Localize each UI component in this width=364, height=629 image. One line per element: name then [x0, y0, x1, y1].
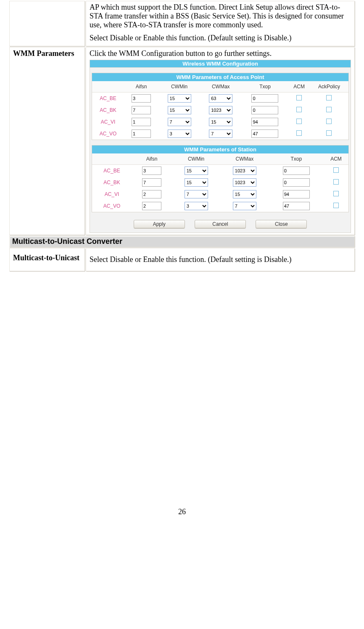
sta-vi-acm[interactable] — [333, 191, 339, 196]
ap-vo-ack[interactable] — [326, 130, 332, 136]
sta-be-label: AC_BE — [92, 165, 132, 177]
ap-vi-cwmax[interactable]: 15 — [209, 118, 232, 126]
sta-h4: Txop — [269, 153, 324, 165]
wmm-desc-cell: Click the WMM Configuration button to go… — [86, 47, 355, 235]
ap-row-be: AC_BE 15 63 — [92, 92, 348, 105]
ap-bk-label: AC_BK — [92, 104, 124, 116]
sta-vi-txop[interactable] — [283, 190, 310, 198]
sta-be-acm[interactable] — [333, 167, 339, 173]
ap-vo-cwmin[interactable]: 3 — [168, 130, 191, 138]
dls-label-cell — [9, 1, 85, 46]
sta-h3: CWMax — [220, 153, 269, 165]
ap-be-aifsn[interactable] — [132, 94, 151, 103]
wmm-sta-table: Aifsn CWMin CWMax Txop ACM AC_BE 15 1023 — [92, 153, 348, 212]
ap-be-label: AC_BE — [92, 92, 124, 105]
ap-vo-txop[interactable] — [251, 130, 278, 138]
ap-be-ack[interactable] — [326, 95, 332, 100]
ap-be-txop[interactable] — [251, 94, 278, 103]
wmm-panel-title: Wireless WMM Configuration — [90, 60, 351, 68]
sta-vo-txop[interactable] — [283, 202, 310, 210]
sta-bk-cwmax[interactable]: 1023 — [233, 178, 256, 187]
sta-h1: Aifsn — [132, 153, 172, 165]
sta-h2: CWMin — [172, 153, 220, 165]
wmm-intro: Click the WMM Configuration button to go… — [90, 49, 351, 58]
ap-bk-acm[interactable] — [296, 107, 302, 112]
ap-h2: CWMin — [158, 81, 200, 92]
ap-h1: Aifsn — [124, 81, 158, 92]
ap-vo-label: AC_VO — [92, 128, 124, 140]
sta-bk-acm[interactable] — [333, 179, 339, 185]
sta-vo-aifsn[interactable] — [142, 202, 161, 210]
page-number: 26 — [0, 507, 364, 516]
wmm-label-cell: WMM Parameters — [9, 47, 85, 235]
ap-vo-cwmax[interactable]: 7 — [209, 130, 232, 138]
sta-vi-cwmin[interactable]: 7 — [185, 190, 208, 198]
sta-bk-cwmin[interactable]: 15 — [185, 178, 208, 187]
ap-h3: CWMax — [200, 81, 242, 92]
mc-label-cell: Multicast-to-Unicast — [9, 248, 85, 271]
sta-row-be: AC_BE 15 1023 — [92, 165, 348, 177]
sta-be-cwmax[interactable]: 1023 — [233, 166, 256, 175]
ap-bk-aifsn[interactable] — [132, 106, 151, 114]
ap-bk-cwmin[interactable]: 15 — [168, 106, 191, 114]
sta-vo-label: AC_VO — [92, 200, 132, 212]
ap-h6: AckPolicy — [310, 81, 348, 92]
sta-bk-label: AC_BK — [92, 177, 132, 188]
wmm-sta-subpanel: WMM Parameters of Station Aifsn CWMin CW… — [92, 145, 349, 212]
ap-be-acm[interactable] — [296, 95, 302, 100]
mc-section-header: Multicast-to-Unicast Converter — [9, 236, 355, 247]
wmm-ap-title: WMM Parameters of Access Point — [92, 73, 348, 81]
sta-bk-txop[interactable] — [283, 178, 310, 187]
ap-row-vo: AC_VO 3 7 — [92, 128, 348, 140]
sta-vo-cwmin[interactable]: 3 — [185, 202, 208, 210]
ap-bk-txop[interactable] — [251, 106, 278, 114]
wmm-ap-subpanel: WMM Parameters of Access Point Aifsn CWM… — [92, 73, 349, 140]
sta-be-txop[interactable] — [283, 166, 310, 175]
sta-vo-cwmax[interactable]: 7 — [233, 202, 256, 210]
wmm-ap-table: Aifsn CWMin CWMax Txop ACM AckPolicy AC_… — [92, 81, 348, 140]
settings-table: AP which must support the DLS function. … — [8, 0, 356, 272]
ap-h0 — [92, 81, 124, 92]
ap-be-cwmax[interactable]: 63 — [209, 94, 232, 103]
sta-be-cwmin[interactable]: 15 — [185, 166, 208, 175]
ap-be-cwmin[interactable]: 15 — [168, 94, 191, 103]
ap-h5: ACM — [288, 81, 309, 92]
wmm-button-row: Apply Cancel Close — [90, 217, 351, 233]
sta-row-bk: AC_BK 15 1023 — [92, 177, 348, 188]
ap-row-vi: AC_VI 7 15 — [92, 116, 348, 128]
sta-vi-aifsn[interactable] — [142, 190, 161, 198]
sta-vi-cwmax[interactable]: 15 — [233, 190, 256, 198]
apply-button[interactable]: Apply — [134, 220, 185, 228]
ap-vi-ack[interactable] — [326, 119, 332, 124]
ap-bk-cwmax[interactable]: 1023 — [209, 106, 232, 114]
sta-h0 — [92, 153, 132, 165]
sta-row-vo: AC_VO 3 7 — [92, 200, 348, 212]
sta-vo-acm[interactable] — [333, 203, 339, 208]
close-button[interactable]: Close — [256, 220, 307, 228]
dls-desc-cell: AP which must support the DLS function. … — [86, 1, 355, 46]
cancel-button[interactable]: Cancel — [195, 220, 246, 228]
ap-vo-aifsn[interactable] — [132, 130, 151, 138]
ap-vo-acm[interactable] — [296, 130, 302, 136]
ap-vi-acm[interactable] — [296, 119, 302, 124]
ap-vi-cwmin[interactable]: 7 — [168, 118, 191, 126]
mc-desc-cell: Select Disable or Enable this function. … — [86, 248, 355, 271]
wmm-config-panel: Wireless WMM Configuration WMM Parameter… — [90, 60, 351, 233]
sta-bk-aifsn[interactable] — [142, 178, 161, 187]
sta-row-vi: AC_VI 7 15 — [92, 188, 348, 200]
ap-row-bk: AC_BK 15 1023 — [92, 104, 348, 116]
ap-vi-aifsn[interactable] — [132, 118, 151, 126]
ap-vi-label: AC_VI — [92, 116, 124, 128]
sta-vi-label: AC_VI — [92, 188, 132, 200]
dls-desc-2: Select Disable or Enable this function. … — [90, 34, 351, 42]
sta-be-aifsn[interactable] — [142, 166, 161, 175]
ap-bk-ack[interactable] — [326, 107, 332, 112]
wmm-sta-title: WMM Parameters of Station — [92, 145, 348, 153]
sta-h5: ACM — [324, 153, 348, 165]
ap-vi-txop[interactable] — [251, 118, 278, 126]
ap-h4: Txop — [242, 81, 289, 92]
dls-desc-1: AP which must support the DLS function. … — [90, 3, 351, 29]
